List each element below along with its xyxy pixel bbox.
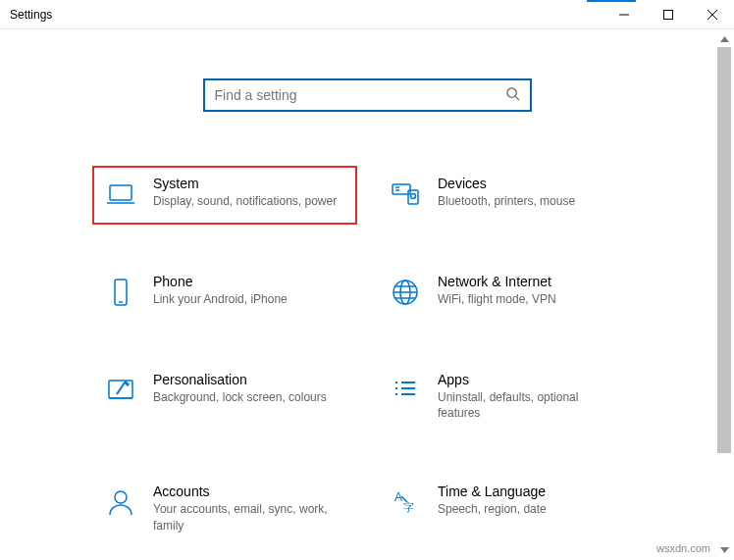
scroll-thumb[interactable] [717, 47, 731, 453]
tile-text: System Display, sound, notifications, po… [153, 176, 337, 209]
svg-point-1 [506, 87, 515, 96]
tile-title: Apps [438, 372, 624, 387]
watermark: wsxdn.com [656, 542, 710, 554]
tile-title: Phone [153, 274, 288, 289]
window-controls [602, 0, 734, 28]
svg-rect-2 [110, 185, 131, 200]
tile-desc: Background, lock screen, colours [153, 389, 327, 405]
close-button[interactable] [690, 0, 734, 28]
tile-desc: WiFi, flight mode, VPN [438, 291, 556, 307]
tile-system[interactable]: System Display, sound, notifications, po… [92, 166, 357, 225]
apps-icon [389, 374, 422, 407]
scrollbar[interactable] [716, 31, 732, 558]
minimize-button[interactable] [602, 0, 646, 28]
window-title: Settings [10, 8, 52, 22]
scroll-up-arrow[interactable] [716, 31, 732, 47]
maximize-button[interactable] [646, 0, 690, 28]
tile-title: System [153, 176, 337, 191]
tile-text: Network & Internet WiFi, flight mode, VP… [438, 274, 556, 307]
laptop-icon [104, 178, 137, 211]
tile-title: Devices [438, 176, 575, 191]
tile-title: Time & Language [438, 484, 547, 499]
search-box[interactable] [203, 78, 532, 112]
tile-desc: Speech, region, date [438, 501, 547, 517]
svg-text:A: A [394, 490, 402, 504]
scroll-down-arrow[interactable] [716, 542, 732, 558]
scroll-track[interactable] [716, 47, 732, 542]
svg-point-10 [115, 491, 127, 503]
person-icon [104, 485, 137, 519]
close-icon [708, 10, 717, 20]
tile-desc: Display, sound, notifications, power [153, 193, 337, 209]
tile-text: Time & Language Speech, region, date [438, 484, 547, 517]
tile-desc: Uninstall, defaults, optional features [438, 389, 624, 421]
tile-apps[interactable]: Apps Uninstall, defaults, optional featu… [377, 362, 642, 434]
globe-icon [389, 276, 422, 309]
tile-personalisation[interactable]: Personalisation Background, lock screen,… [92, 362, 357, 434]
svg-rect-6 [115, 280, 127, 305]
devices-icon [389, 178, 422, 211]
tile-network[interactable]: Network & Internet WiFi, flight mode, VP… [377, 264, 642, 323]
tile-desc: Link your Android, iPhone [153, 291, 288, 307]
tile-title: Accounts [153, 484, 340, 499]
personalise-icon [104, 374, 137, 407]
tile-text: Personalisation Background, lock screen,… [153, 372, 327, 405]
tile-text: Phone Link your Android, iPhone [153, 274, 288, 307]
svg-text:字: 字 [403, 501, 414, 513]
tile-title: Personalisation [153, 372, 327, 387]
maximize-icon [663, 10, 673, 20]
main-content: System Display, sound, notifications, po… [0, 29, 734, 547]
search-icon [505, 86, 520, 105]
tile-text: Apps Uninstall, defaults, optional featu… [438, 372, 624, 421]
accent-strip [587, 0, 636, 2]
categories-grid: System Display, sound, notifications, po… [92, 166, 642, 547]
svg-rect-0 [663, 10, 672, 19]
phone-icon [104, 276, 137, 309]
tile-phone[interactable]: Phone Link your Android, iPhone [92, 264, 357, 323]
minimize-icon [619, 10, 629, 20]
search-input[interactable] [215, 87, 505, 103]
tile-desc: Bluetooth, printers, mouse [438, 193, 575, 209]
titlebar: Settings [0, 0, 734, 29]
tile-accounts[interactable]: Accounts Your accounts, email, sync, wor… [92, 474, 357, 546]
tile-title: Network & Internet [438, 274, 556, 289]
tile-desc: Your accounts, email, sync, work, family [153, 501, 340, 533]
tile-text: Devices Bluetooth, printers, mouse [438, 176, 575, 209]
time-language-icon: A 字 [389, 485, 422, 519]
tile-text: Accounts Your accounts, email, sync, wor… [153, 484, 340, 533]
tile-devices[interactable]: Devices Bluetooth, printers, mouse [377, 166, 642, 225]
tile-time-language[interactable]: A 字 Time & Language Speech, region, date [377, 474, 642, 546]
svg-point-5 [411, 194, 416, 199]
